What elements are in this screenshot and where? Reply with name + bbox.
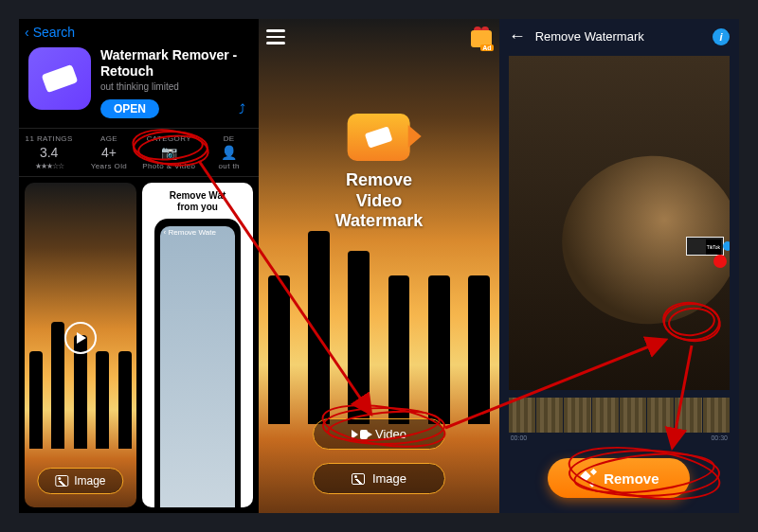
promo-line1: Remove Wat	[170, 190, 226, 201]
dev-sub: out th	[201, 162, 257, 170]
ad-badge: Ad	[480, 44, 493, 51]
info-icon[interactable]: i	[713, 28, 730, 45]
video-label: Video	[375, 427, 406, 441]
ratings-header: 11 RATINGS	[26, 134, 73, 143]
promo-tab: Remove Wate	[169, 228, 216, 237]
stat-dev[interactable]: DE 👤 out th	[199, 129, 259, 176]
eraser-icon	[42, 64, 79, 93]
app-previews: Image Remove Wat from you ‹ Remove Wate	[19, 177, 259, 513]
video-icon	[352, 430, 368, 439]
camera-eraser-icon	[348, 114, 410, 161]
back-label: Search	[33, 25, 75, 40]
image-label: Image	[372, 471, 406, 486]
chevron-left-icon: ‹	[25, 25, 29, 40]
time-end: 00:30	[711, 434, 728, 441]
timeline[interactable]: 00:00 00:30	[509, 398, 730, 441]
menu-icon[interactable]	[266, 29, 285, 44]
video-preview[interactable]: TikTok	[509, 56, 730, 390]
stat-age[interactable]: AGE 4+ Years Old	[79, 129, 138, 176]
category-header: CATEGORY	[147, 134, 191, 143]
sparkle-icon	[579, 470, 596, 487]
logo-line2: Video Watermark	[335, 191, 423, 231]
age-sub: Years Old	[81, 162, 136, 170]
category-icon: 📷	[141, 145, 197, 160]
app-logo: RemoveVideo Watermark	[319, 114, 440, 232]
category-sub: Photo & Video	[141, 162, 197, 170]
logo-line1: Remove	[346, 170, 412, 189]
age-value: 4+	[81, 145, 136, 160]
watermark-selection[interactable]: TikTok	[686, 237, 724, 256]
resize-handle[interactable]	[723, 241, 730, 251]
remove-label: Remove	[604, 470, 659, 487]
open-button[interactable]: OPEN	[100, 99, 159, 118]
image-button[interactable]: Image	[313, 463, 445, 494]
tutorial-frame: ‹ Search Watermark Remover - Retouch out…	[19, 19, 739, 513]
dev-icon: 👤	[201, 145, 257, 160]
time-start: 00:00	[511, 434, 528, 441]
preview-promo[interactable]: Remove Wat from you ‹ Remove Wate	[142, 183, 254, 507]
back-arrow-icon[interactable]: ←	[509, 27, 526, 46]
remove-button[interactable]: Remove	[548, 458, 690, 498]
app-stats: 11 RATINGS 3.4 ★★★☆☆ AGE 4+ Years Old CA…	[19, 128, 259, 177]
app-header: Watermark Remover - Retouch out thinking…	[19, 44, 259, 128]
preview-image-pill: Image	[37, 468, 123, 494]
app-meta: Watermark Remover - Retouch out thinking…	[100, 47, 249, 118]
image-icon	[352, 473, 365, 485]
ratings-stars: ★★★☆☆	[21, 162, 77, 170]
editor-panel: ← Remove Watermark i TikTok 00:00 00:30 …	[499, 19, 739, 513]
delete-handle[interactable]	[713, 255, 727, 268]
stat-ratings[interactable]: 11 RATINGS 3.4 ★★★☆☆	[19, 129, 79, 176]
stat-category[interactable]: CATEGORY 📷 Photo & Video	[139, 129, 199, 176]
play-icon	[64, 322, 97, 354]
age-header: AGE	[100, 134, 117, 143]
editor-title: Remove Watermark	[535, 29, 703, 44]
gift-ad-icon[interactable]: Ad	[471, 27, 492, 47]
app-icon[interactable]	[28, 47, 91, 110]
app-developer[interactable]: out thinking limited	[100, 81, 249, 92]
app-home-panel: Ad RemoveVideo Watermark Video Image	[259, 19, 498, 513]
promo-line2: from you	[177, 202, 218, 212]
video-button[interactable]: Video	[313, 418, 445, 450]
share-icon[interactable]: ⤴︎	[239, 101, 249, 116]
preview-video[interactable]: Image	[25, 183, 136, 507]
ratings-value: 3.4	[21, 145, 77, 160]
image-pill-label: Image	[74, 474, 105, 488]
tiktok-watermark: TikTok	[706, 239, 721, 255]
app-title: Watermark Remover - Retouch	[100, 47, 249, 80]
dev-header: DE	[224, 134, 235, 143]
back-to-search[interactable]: ‹ Search	[19, 19, 259, 44]
phone-mock: ‹ Remove Wate	[154, 219, 242, 507]
appstore-panel: ‹ Search Watermark Remover - Retouch out…	[19, 19, 259, 513]
image-icon	[55, 475, 68, 487]
